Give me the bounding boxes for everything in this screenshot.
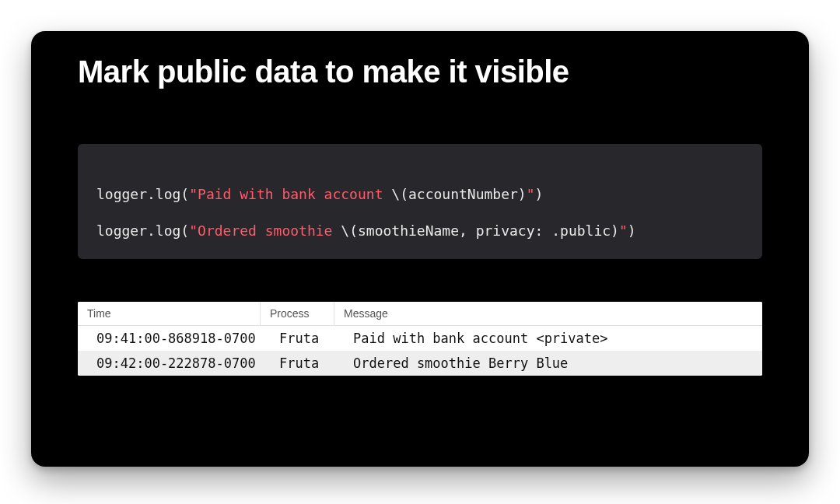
code-token-call: logger.log(: [96, 222, 189, 239]
log-header-message: Message: [334, 302, 762, 325]
log-row: 09:42:00-222878-0700 Fruta Ordered smoot…: [78, 351, 762, 376]
code-token-call: logger.log(: [96, 186, 189, 202]
code-token-string: "Paid with bank account: [189, 186, 391, 202]
log-panel: Time Process Message 09:41:00-868918-070…: [78, 302, 762, 376]
log-cell-time: 09:42:00-222878-0700: [78, 351, 261, 376]
code-token-call-close: ): [628, 222, 636, 239]
log-cell-process: Fruta: [261, 326, 334, 351]
log-cell-message: Paid with bank account <private>: [334, 326, 762, 351]
log-header-row: Time Process Message: [78, 302, 762, 326]
log-cell-process: Fruta: [261, 351, 334, 376]
log-cell-time: 09:41:00-868918-0700: [78, 326, 261, 351]
code-block: logger.log("Paid with bank account \(acc…: [78, 144, 762, 259]
log-row: 09:41:00-868918-0700 Fruta Paid with ban…: [78, 326, 762, 351]
log-header-time: Time: [78, 302, 261, 325]
code-token-string-close: ": [619, 222, 628, 239]
code-token-call-close: ): [535, 186, 544, 202]
code-token-string: "Ordered smoothie: [189, 222, 341, 239]
code-line-1: logger.log("Paid with bank account \(acc…: [96, 184, 744, 206]
slide-title: Mark public data to make it visible: [78, 54, 762, 89]
code-token-interpolation: \(smoothieName, privacy: .public): [341, 222, 619, 239]
log-cell-message: Ordered smoothie Berry Blue: [334, 351, 762, 376]
log-header-process: Process: [261, 302, 334, 325]
code-token-string-close: ": [527, 186, 535, 202]
code-token-interpolation: \(accountNumber): [391, 186, 526, 202]
slide: Mark public data to make it visible logg…: [31, 31, 809, 467]
code-line-2: logger.log("Ordered smoothie \(smoothieN…: [96, 220, 744, 243]
